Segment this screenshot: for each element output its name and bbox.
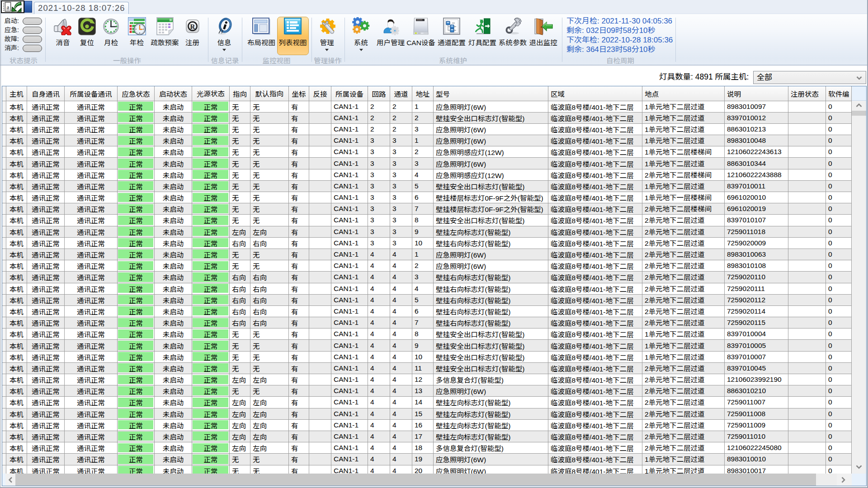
svg-text:R: R: [190, 23, 195, 30]
svg-text:a: a: [7, 4, 9, 10]
